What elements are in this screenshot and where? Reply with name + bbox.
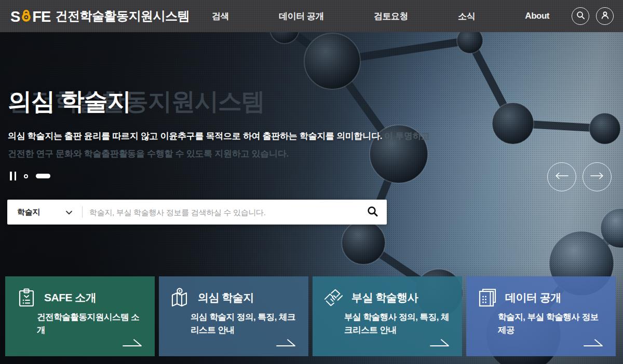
- nav-item-search[interactable]: 검색: [212, 10, 229, 22]
- logo-letters-fe: FE: [32, 9, 50, 24]
- chevron-down-icon: [66, 207, 72, 217]
- card-arrow-icon: [584, 339, 603, 349]
- open-access-icon: [21, 8, 32, 24]
- nav-icon-group: [572, 7, 614, 25]
- arrow-left-icon: [555, 172, 568, 181]
- map-pin-icon: [170, 288, 190, 307]
- card-safe-intro[interactable]: SAFE 소개 건전학술활동지원시스템 소개: [5, 276, 155, 356]
- card-subtitle: 부실 학술행사 정의, 특징, 체크리스트 안내: [344, 311, 455, 337]
- card-data-release[interactable]: 데이터 공개 학술지, 부실 학술행사 정보 제공: [466, 276, 616, 356]
- next-slide-button[interactable]: [583, 162, 612, 191]
- nav-item-data-release[interactable]: 데이터 공개: [279, 10, 324, 22]
- card-subtitle: 학술지, 부실 학술행사 정보 제공: [498, 311, 608, 337]
- hero-description: 의심 학술지는 출판 윤리를 따르지 않고 이윤추구를 목적으로 하여 출판하는…: [8, 130, 430, 142]
- carousel-controls: [10, 172, 50, 180]
- magnifier-icon: [367, 206, 378, 218]
- safe-logo: S FE: [10, 8, 50, 24]
- card-poor-conference[interactable]: 부실 학술행사 부실 학술행사 정의, 특징, 체크리스트 안내: [313, 276, 462, 356]
- search-icon: [576, 11, 585, 22]
- arrow-right-icon: [590, 172, 604, 181]
- hero-banner: 건전학술활동지원시스템 의심 학술지 의심 학술지는 출판 윤리를 따르지 않고…: [0, 32, 623, 364]
- card-title: 부실 학술행사: [351, 290, 418, 305]
- card-arrow-icon: [276, 339, 296, 349]
- card-title: SAFE 소개: [44, 290, 96, 305]
- login-button[interactable]: [596, 7, 614, 25]
- top-navbar: S FE 건전학술활동지원시스템 검색 데이터 공개 검토요청 소식 About: [0, 0, 623, 32]
- search-divider: [82, 206, 83, 218]
- brand-logo[interactable]: S FE 건전학술활동지원시스템: [10, 0, 189, 32]
- user-icon: [601, 11, 610, 22]
- card-arrow-icon: [123, 339, 142, 349]
- search-submit-button[interactable]: [358, 200, 387, 225]
- search-category-dropdown[interactable]: 학술지: [17, 207, 72, 217]
- carousel-arrows: [547, 162, 612, 191]
- card-subtitle: 건전학술활동지원시스템 소개: [37, 311, 147, 337]
- site-title: 건전학술활동지원시스템: [55, 8, 189, 24]
- search-button[interactable]: [572, 7, 589, 25]
- nav-item-news[interactable]: 소식: [458, 10, 475, 22]
- nav-item-review-request[interactable]: 검토요청: [374, 10, 408, 22]
- search-category-value: 학술지: [17, 207, 40, 217]
- nav-item-about[interactable]: About: [525, 11, 549, 21]
- card-title: 의심 학술지: [198, 290, 254, 305]
- pause-icon[interactable]: [10, 172, 16, 180]
- carousel-dot-1[interactable]: [24, 174, 28, 178]
- hero-title: 의심 학술지: [8, 86, 131, 118]
- handshake-icon: [324, 288, 344, 307]
- card-subtitle: 의심 학술지 정의, 특징, 체크리스트 안내: [191, 311, 301, 337]
- clipboard-icon: [17, 288, 36, 307]
- card-title: 데이터 공개: [505, 290, 561, 305]
- prev-slide-button[interactable]: [547, 162, 576, 191]
- card-arrow-icon: [430, 339, 450, 349]
- carousel-dot-2-active[interactable]: [36, 174, 50, 178]
- search-input[interactable]: [89, 208, 358, 217]
- documents-icon: [478, 288, 497, 307]
- card-suspicious-journal[interactable]: 의심 학술지 의심 학술지 정의, 특징, 체크리스트 안내: [159, 276, 308, 356]
- ghost-description-suffix: 이 투명하고: [384, 131, 430, 141]
- main-nav: 검색 데이터 공개 검토요청 소식 About: [212, 0, 549, 32]
- page-root: { "brand": { "logo_s": "S", "logo_fe": "…: [0, 0, 623, 364]
- logo-letter-s: S: [10, 9, 20, 24]
- hero-description-text: 의심 학술지는 출판 윤리를 따르지 않고 이윤추구를 목적으로 하여 출판하는…: [8, 131, 382, 141]
- ghost-description-line2: 건전한 연구 문화와 학술출판활동을 수행할 수 있도록 지원하고 있습니다.: [8, 148, 289, 160]
- quick-link-cards: SAFE 소개 건전학술활동지원시스템 소개: [5, 276, 616, 356]
- hero-search-bar: 학술지: [7, 200, 387, 225]
